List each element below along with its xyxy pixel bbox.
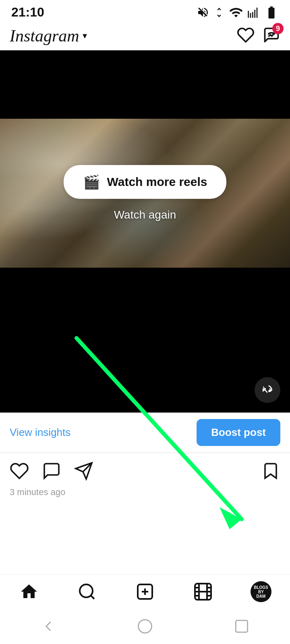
share-icon xyxy=(74,461,93,481)
avatar-text: BLOGSBYDAM xyxy=(254,585,268,599)
android-nav xyxy=(0,609,290,644)
watch-more-reels-label: Watch more reels xyxy=(107,175,207,189)
search-icon xyxy=(77,582,97,601)
status-bar: 21:10 xyxy=(0,0,290,23)
status-icons xyxy=(197,5,279,20)
messenger-badge: 9 xyxy=(272,23,284,34)
signal-icon xyxy=(247,6,260,19)
bottom-nav: BLOGSBYDAM xyxy=(0,574,290,609)
video-overlay: 🎬 Watch more reels Watch again xyxy=(0,119,290,268)
reel-icon: 🎬 xyxy=(83,174,100,190)
video-black-top xyxy=(0,50,290,119)
post-icons-row xyxy=(0,453,290,485)
svg-point-4 xyxy=(80,584,93,597)
bookmark-icon xyxy=(261,461,280,481)
notifications-button[interactable] xyxy=(237,26,255,45)
messenger-button[interactable]: 9 xyxy=(263,26,280,45)
watch-again-button[interactable]: Watch again xyxy=(114,208,176,221)
nav-home[interactable] xyxy=(0,582,58,601)
mute-icon xyxy=(197,6,209,19)
post-actions-bar: View insights Boost post xyxy=(0,413,290,453)
header-icons: 9 xyxy=(237,26,280,45)
app-header: Instagram ▾ 9 xyxy=(0,23,290,50)
comment-icon xyxy=(42,461,61,481)
volume-icon xyxy=(261,384,274,396)
svg-line-5 xyxy=(91,595,94,599)
post-icons-left xyxy=(10,461,93,482)
reels-icon xyxy=(193,582,213,601)
status-time: 21:10 xyxy=(11,5,44,20)
nav-add[interactable] xyxy=(116,582,174,601)
like-button[interactable] xyxy=(10,461,29,482)
svg-rect-11 xyxy=(236,620,247,632)
android-home-button[interactable] xyxy=(136,617,154,635)
nav-profile[interactable]: BLOGSBYDAM xyxy=(232,581,290,602)
add-icon xyxy=(135,582,155,601)
video-thumbnail[interactable]: 🎬 Watch more reels Watch again xyxy=(0,119,290,268)
heart-icon xyxy=(237,26,255,44)
bookmark-button[interactable] xyxy=(261,461,280,482)
post-timestamp: 3 minutes ago xyxy=(0,485,290,504)
dropdown-chevron[interactable]: ▾ xyxy=(83,31,87,41)
battery-icon xyxy=(264,5,279,20)
watch-more-reels-button[interactable]: 🎬 Watch more reels xyxy=(64,165,227,199)
wifi-icon xyxy=(229,5,243,20)
share-button[interactable] xyxy=(74,461,93,482)
volume-button[interactable] xyxy=(255,377,280,403)
comment-button[interactable] xyxy=(42,461,61,482)
logo-text: Instagram xyxy=(10,26,79,45)
profile-avatar: BLOGSBYDAM xyxy=(251,581,271,602)
nav-reels[interactable] xyxy=(174,582,232,601)
android-back-button[interactable] xyxy=(39,617,57,635)
view-insights-link[interactable]: View insights xyxy=(10,426,70,439)
instagram-logo[interactable]: Instagram ▾ xyxy=(10,26,87,45)
android-recent-icon xyxy=(233,617,251,635)
data-icon xyxy=(213,7,225,18)
nav-search[interactable] xyxy=(58,582,116,601)
android-recent-button[interactable] xyxy=(233,617,251,635)
svg-marker-3 xyxy=(220,507,242,529)
svg-point-10 xyxy=(139,620,152,633)
home-icon xyxy=(19,582,39,601)
video-section: 🎬 Watch more reels Watch again xyxy=(0,50,290,413)
back-icon xyxy=(39,617,57,635)
like-icon xyxy=(10,461,29,481)
android-home-icon xyxy=(136,617,154,635)
video-black-bottom xyxy=(0,268,290,413)
boost-post-button[interactable]: Boost post xyxy=(197,419,280,446)
